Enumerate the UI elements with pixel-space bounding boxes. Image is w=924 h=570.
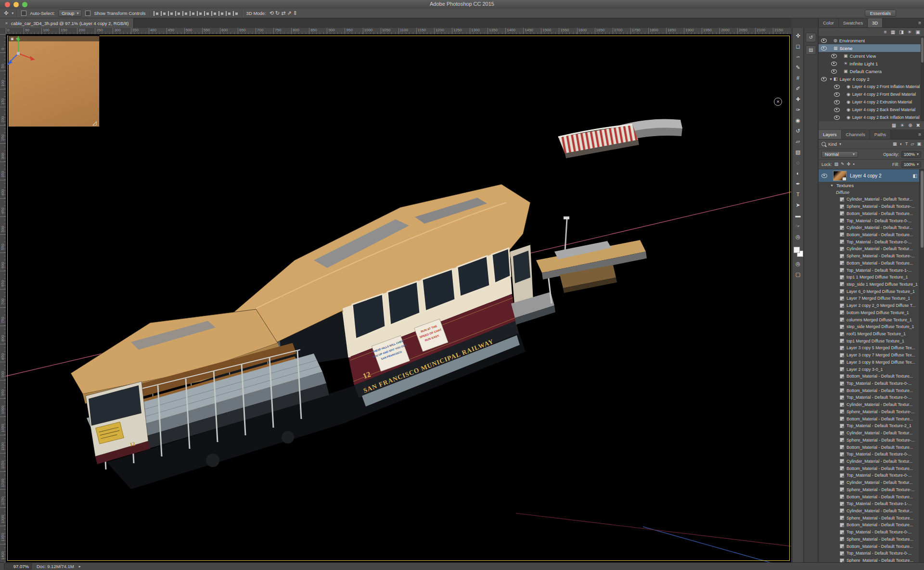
texture-row[interactable]: Sphere_Material - Default Texture...: [819, 557, 924, 562]
drag-3d-mode-icon[interactable]: ⇄: [281, 11, 285, 16]
fill-input[interactable]: 100% ▾: [901, 161, 921, 168]
horizontal-ruler[interactable]: 0501001502002503003504004505005506006507…: [6, 28, 791, 35]
disclosure-triangle-icon[interactable]: ▼: [830, 184, 834, 187]
lasso-tool[interactable]: ∽: [793, 52, 803, 62]
lock-pixels-icon[interactable]: ✎: [841, 162, 845, 166]
texture-row[interactable]: Bottom_Material - Default Texture...: [819, 543, 924, 550]
panel-menu-icon[interactable]: ≡: [918, 132, 924, 137]
lock-position-icon[interactable]: ✜: [847, 162, 851, 166]
tree-row-extrusion-material[interactable]: ◉ Layer 4 copy 2 Extrusion Material: [819, 98, 924, 106]
distribute-right-icon[interactable]: [233, 11, 239, 16]
distribute-horizontal-centers-icon[interactable]: [226, 11, 231, 16]
marquee-tool[interactable]: ◻: [793, 41, 803, 51]
filter-meshes-icon[interactable]: ▦: [891, 30, 895, 35]
layer-thumbnail[interactable]: [833, 171, 847, 181]
tab-3d[interactable]: 3D: [868, 18, 883, 27]
visibility-eye-icon[interactable]: [834, 115, 840, 120]
lock-all-icon[interactable]: ▪: [853, 162, 854, 166]
pen-tool[interactable]: ✒: [793, 179, 803, 189]
texture-row[interactable]: Bottom_Material - Default Texture...: [819, 387, 924, 394]
layers-scrollbar[interactable]: [919, 169, 924, 562]
texture-row[interactable]: Sphere_Material - Default Texture...: [819, 536, 924, 543]
tree-row-infinite-light-1[interactable]: ☀ Infinite Light 1: [819, 60, 924, 67]
panel-menu-icon[interactable]: ≡: [918, 20, 924, 25]
distribute-bottom-icon[interactable]: [211, 11, 217, 16]
texture-row[interactable]: Cylinder_Material - Default Textur...: [819, 245, 924, 253]
canvas[interactable]: SAN FRANCISCO MUNICIPAL RAILWAY 12 THESE…: [6, 34, 791, 562]
texture-row[interactable]: step_side Merged Diffuse Texture_1: [819, 323, 924, 330]
texture-row[interactable]: Cylinder_Material - Default Textur...: [819, 458, 924, 465]
auto-select-checkbox[interactable]: [21, 11, 26, 16]
tree-row-default-camera[interactable]: ▣ Default Camera: [819, 67, 924, 75]
opacity-input[interactable]: 100% ▾: [901, 151, 921, 158]
tab-swatches[interactable]: Swatches: [839, 18, 868, 27]
eyedropper-tool[interactable]: ✐: [793, 84, 803, 93]
delete-item-icon[interactable]: ✖: [916, 123, 920, 128]
texture-row[interactable]: Sphere_Material - Default Texture-...: [819, 408, 924, 416]
texture-row[interactable]: Sphere_Material - Default Texture-...: [819, 253, 924, 260]
quick-selection-tool[interactable]: ✎: [793, 63, 803, 72]
visibility-eye-icon[interactable]: [834, 85, 840, 89]
filter-type-layers-icon[interactable]: T: [905, 142, 908, 146]
visibility-eye-icon[interactable]: [821, 38, 827, 43]
texture-row[interactable]: Layer 6_0 Merged Diffuse Texture_1: [819, 288, 924, 295]
slide-3d-mode-icon[interactable]: ⇗: [287, 11, 291, 16]
tab-channels[interactable]: Channels: [842, 130, 870, 139]
filter-pixel-layers-icon[interactable]: ▦: [893, 142, 897, 146]
texture-row[interactable]: bottom Merged Diffuse Texture_1: [819, 309, 924, 317]
texture-row[interactable]: Bottom_Material - Default Texture...: [819, 231, 924, 239]
tree-row-back-inflation-material[interactable]: ◉ Layer 4 copy 2 Back Inflation Material: [819, 114, 924, 121]
blend-mode-select[interactable]: Normal ▾: [821, 151, 858, 158]
texture-row[interactable]: Sphere_Material - Default Texture...: [819, 514, 924, 521]
quick-mask-icon[interactable]: ◎: [793, 259, 803, 268]
align-bottom-edges-icon[interactable]: [190, 11, 195, 16]
clone-stamp-tool[interactable]: ◉: [793, 115, 803, 125]
orbit-3d-mode-icon[interactable]: ⟲: [270, 11, 274, 16]
move-tool[interactable]: ✜: [793, 31, 803, 40]
filter-lights-icon[interactable]: ☀: [908, 30, 912, 35]
document-tab[interactable]: ✕ cable_car_3D4_3h.psd @ 97.1% (Layer 4 …: [0, 18, 134, 28]
tab-paths[interactable]: Paths: [870, 130, 891, 139]
texture-row[interactable]: Bottom_Material - Default Texture...: [819, 465, 924, 472]
texture-row[interactable]: Cylinder_Material - Default Textur...: [819, 401, 924, 408]
distribute-top-icon[interactable]: [197, 11, 203, 16]
foreground-color-swatch[interactable]: [794, 247, 800, 253]
visibility-eye-icon[interactable]: [821, 77, 827, 81]
align-vertical-centers-icon[interactable]: [182, 11, 188, 16]
healing-brush-tool[interactable]: ✚: [793, 94, 803, 104]
filter-adjustment-layers-icon[interactable]: ◐: [900, 142, 902, 146]
crop-tool[interactable]: #: [793, 73, 803, 83]
3d-viewport[interactable]: SAN FRANCISCO MUNICIPAL RAILWAY 12 THESE…: [6, 34, 791, 562]
texture-row[interactable]: Cylinder_Material - Default Textur...: [819, 430, 924, 437]
texture-row[interactable]: roof1 Merged Diffuse Texture_1: [819, 330, 924, 338]
auto-select-mode-select[interactable]: Group ▾: [58, 10, 82, 17]
texture-row[interactable]: Cylinder_Material - Default Textur...: [819, 479, 924, 486]
shape-tool[interactable]: ▬: [793, 211, 803, 220]
filter-shape-layers-icon[interactable]: ▱: [911, 142, 914, 146]
resize-grip-icon[interactable]: ◿: [92, 120, 99, 126]
texture-row[interactable]: Top_Material - Default Texture-0-...: [819, 451, 924, 458]
tree-row-layer-4-copy-2[interactable]: ▼ ◧ Layer 4 copy 2: [819, 75, 924, 83]
texture-row[interactable]: Layer 2 copy 2_0 Merged Diffuse T...: [819, 302, 924, 309]
textures-group-row[interactable]: ▼ Textures: [819, 182, 924, 189]
texture-row[interactable]: Cylinder_Material - Default Textur...: [819, 507, 924, 515]
add-item-icon[interactable]: ⊕: [908, 123, 912, 128]
dodge-tool[interactable]: ◐: [793, 168, 803, 178]
zoom-level-input[interactable]: 97.07%: [4, 563, 32, 570]
texture-row[interactable]: columns Merged Diffuse Texture_1: [819, 316, 924, 323]
brush-tool[interactable]: ✑: [793, 105, 803, 114]
texture-row[interactable]: Cylinder_Material - Default Textur...: [819, 224, 924, 231]
visibility-eye-icon[interactable]: [834, 100, 840, 104]
screen-mode-icon[interactable]: ▢: [793, 269, 803, 279]
scale-3d-mode-icon[interactable]: ⇕: [293, 11, 297, 16]
texture-row[interactable]: Top_Material - Default Texture-1-...: [819, 266, 924, 274]
visibility-eye-icon[interactable]: [831, 62, 837, 66]
texture-row[interactable]: Bottom_Material - Default Texture...: [819, 373, 924, 380]
filter-current-view-icon[interactable]: ▣: [916, 30, 920, 35]
texture-row[interactable]: top1 Merged Diffuse Texture_1: [819, 337, 924, 344]
texture-row[interactable]: Bottom_Material - Default Texture...: [819, 493, 924, 500]
filter-whole-scene-icon[interactable]: ≡: [884, 30, 887, 35]
color-swatches[interactable]: [793, 246, 803, 258]
texture-row[interactable]: Sphere_Material - Default Texture-...: [819, 436, 924, 443]
texture-row[interactable]: Cylinder_Material - Default Textur...: [819, 196, 924, 203]
